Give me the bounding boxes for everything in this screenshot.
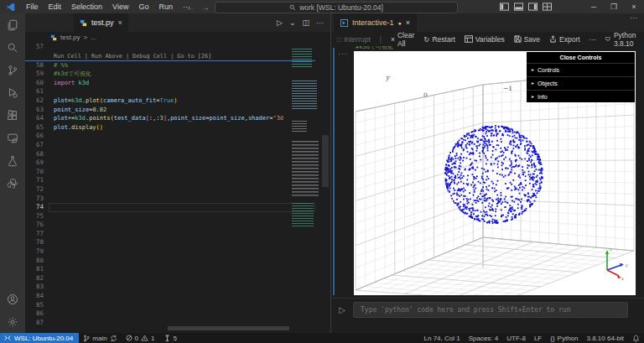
code-line[interactable]: 70 (25, 168, 330, 177)
split-editor-icon[interactable]: ◫ (302, 18, 309, 27)
save-button[interactable]: Save (514, 35, 540, 44)
panel-more-actions-icon[interactable]: ··· (630, 13, 644, 32)
code-line[interactable]: 71 (25, 176, 330, 185)
ports-indicator[interactable]: 5 (159, 335, 181, 342)
code-line[interactable]: 65plot.display() (25, 123, 330, 133)
code-line[interactable]: 67 (25, 141, 330, 150)
run-and-debug-icon[interactable] (0, 81, 25, 104)
minimap-slider[interactable] (322, 135, 329, 187)
restore-button[interactable]: ❐ (604, 0, 624, 13)
code-line[interactable]: 69 (25, 159, 330, 168)
code-line[interactable]: 76 (25, 221, 330, 230)
code-line[interactable]: 64plot+=k3d.points(test_data[:,:3],point… (25, 114, 330, 123)
tab-test-py[interactable]: test.py × (74, 13, 128, 32)
menu-file[interactable]: File (21, 0, 44, 13)
code-line[interactable]: 60import k3d (25, 79, 330, 88)
extensions-icon[interactable] (0, 104, 25, 127)
menu-run[interactable]: Run (153, 0, 178, 13)
code-line[interactable]: 66 (25, 132, 330, 141)
code-line[interactable]: 73 (25, 195, 330, 204)
horizontal-scrollbar[interactable] (168, 326, 289, 330)
code-line[interactable]: 81 (25, 265, 330, 274)
python-interpreter[interactable]: 3.8.10 64-bit (583, 335, 628, 342)
toggle-sidebar-icon[interactable] (500, 3, 509, 11)
problems-indicator[interactable]: 0 1 (122, 335, 159, 342)
remote-explorer-icon[interactable] (0, 127, 25, 149)
breadcrumb-symbol[interactable]: ... (91, 34, 96, 41)
code-line[interactable]: 63point_size=0.02 (25, 106, 330, 115)
code-line[interactable]: 78 (25, 238, 330, 247)
command-center-search[interactable]: work [WSL: Ubuntu-20.04] (215, 2, 458, 13)
customize-layout-icon[interactable] (543, 3, 552, 11)
code-editor[interactable]: 57Run Cell | Run Above | Debug Cell | Go… (25, 43, 330, 333)
code-line[interactable]: 77 (25, 230, 330, 239)
run-dropdown-icon[interactable]: ⌄ (289, 18, 296, 27)
explorer-icon[interactable] (0, 13, 25, 36)
source-control-icon[interactable] (0, 59, 25, 81)
code-line[interactable]: 58# %% (25, 61, 330, 70)
errors-count: 0 (135, 335, 138, 342)
menu-go[interactable]: Go (133, 0, 153, 13)
minimize-button[interactable]: ─ (584, 0, 604, 13)
toolbar-more-icon[interactable]: ··· (589, 35, 597, 44)
code-line[interactable]: 80 (25, 257, 330, 266)
repl-input[interactable] (353, 302, 628, 318)
breadcrumb-file[interactable]: test.py (60, 34, 80, 41)
code-line[interactable]: 75 (25, 212, 330, 221)
search-icon[interactable] (0, 36, 25, 59)
code-line[interactable]: 83 (25, 283, 330, 292)
close-tab-icon[interactable]: × (118, 18, 122, 27)
indentation[interactable]: Spaces: 4 (465, 335, 503, 342)
code-line[interactable]: 68 (25, 150, 330, 159)
account-icon[interactable] (0, 288, 25, 310)
restart-button[interactable]: ↻ Restart (423, 35, 455, 44)
breadcrumb[interactable]: test.py > ... (25, 32, 330, 43)
menu-view[interactable]: View (107, 0, 133, 13)
code-line[interactable]: 85 (25, 301, 330, 310)
history-forward-icon[interactable]: → (201, 3, 210, 12)
testing-icon[interactable] (0, 149, 25, 172)
history-back-icon[interactable]: ← (186, 3, 195, 12)
toggle-panel-icon[interactable] (514, 3, 523, 11)
settings-gear-icon[interactable] (0, 310, 25, 333)
code-line[interactable]: 59#k3dで可視化 (25, 70, 330, 79)
menu-selection[interactable]: Selection (66, 0, 107, 13)
code-line[interactable]: 79 (25, 247, 330, 257)
eol-sequence[interactable]: LF (530, 335, 546, 342)
run-python-file-icon[interactable]: ▷ (277, 18, 283, 27)
output-collapse-icon[interactable]: ··· (338, 49, 348, 58)
branch-indicator[interactable]: main (79, 335, 121, 342)
close-window-button[interactable]: × (624, 0, 644, 13)
remote-indicator[interactable]: WSL: Ubuntu-20.04 (0, 333, 79, 343)
clear-all-button[interactable]: × Clear All (391, 31, 414, 48)
minimap[interactable] (290, 47, 324, 282)
code-line[interactable]: 61 (25, 87, 330, 96)
code-line[interactable]: 62plot=k3d.plot(camera_auto_fit=True) (25, 96, 330, 106)
objects-folder[interactable]: ▸ Objects (527, 76, 635, 90)
toggle-secondary-sidebar-icon[interactable] (528, 3, 538, 11)
controls-folder[interactable]: ▸ Controls (527, 63, 635, 76)
cursor-position[interactable]: Ln 74, Col 1 (420, 335, 465, 342)
python-extension-icon[interactable] (0, 172, 25, 195)
variables-button[interactable]: Variables (465, 35, 505, 44)
code-line[interactable]: 57 (25, 43, 330, 52)
tab-interactive-1[interactable]: Interactive-1 ● × (334, 13, 417, 32)
notifications-bell[interactable] (628, 335, 644, 342)
code-line[interactable]: 82 (25, 274, 330, 283)
close-tab-icon[interactable]: × (406, 18, 410, 27)
info-folder[interactable]: ▸ Info (527, 90, 635, 103)
code-line[interactable]: 84 (25, 292, 330, 301)
encoding[interactable]: UTF-8 (502, 335, 530, 342)
k3d-plot-output[interactable]: xyz y 0 −1 Close Controls ▸ Controls ▸ O… (354, 51, 636, 295)
menu-edit[interactable]: Edit (44, 0, 67, 13)
editor-more-actions-icon[interactable]: ··· (316, 18, 324, 27)
export-button[interactable]: Export (549, 35, 580, 44)
interrupt-button[interactable]: □ Interrupt (337, 35, 371, 44)
kernel-selector[interactable]: Python 3.8.10 (605, 31, 644, 48)
language-mode[interactable]: {} Python (546, 335, 582, 342)
close-controls-button[interactable]: Close Controls (527, 52, 635, 63)
code-line-current[interactable]: 74 (25, 203, 330, 212)
cell-codelens[interactable]: Run Cell | Run Above | Debug Cell | Go t… (25, 52, 315, 61)
code-line[interactable]: 72 (25, 185, 330, 195)
code-line[interactable]: 86 (25, 309, 330, 319)
